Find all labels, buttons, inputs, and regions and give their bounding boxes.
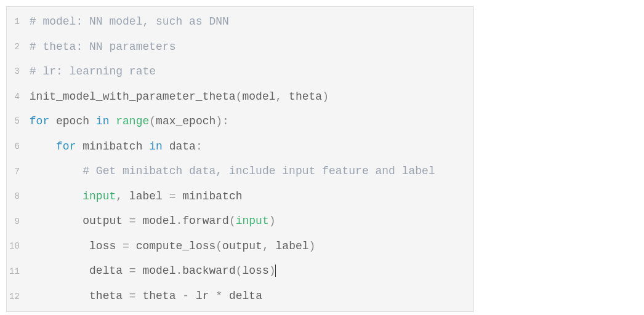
line-number: 4 <box>9 84 20 110</box>
code-token: ) <box>322 90 329 103</box>
code-line: # Get minibatch data, include input feat… <box>30 159 473 184</box>
code-token: . <box>175 265 182 277</box>
code-token: input <box>83 190 116 202</box>
code-token: , <box>116 190 129 202</box>
line-number: 11 <box>9 259 20 284</box>
text-cursor <box>275 265 276 277</box>
code-token: loss <box>30 240 123 252</box>
code-line: # theta: NN parameters <box>30 34 473 60</box>
code-line: input, label = minibatch <box>30 184 473 209</box>
code-token: in <box>96 115 110 127</box>
code-token: ) <box>269 215 276 227</box>
code-token: init_model_with_parameter_theta <box>30 90 236 103</box>
code-token <box>30 165 83 177</box>
line-number: 9 <box>9 209 20 234</box>
code-token: data <box>163 140 196 153</box>
code-token: forward <box>182 215 229 227</box>
code-token: output <box>30 215 129 227</box>
code-token: in <box>149 140 163 153</box>
code-token: max_epoch <box>156 115 215 127</box>
code-token: model <box>136 265 176 277</box>
code-token: , <box>262 240 276 252</box>
code-token: for <box>30 115 49 127</box>
code-line: # lr: learning rate <box>30 59 473 84</box>
code-token: label <box>276 240 309 252</box>
code-token <box>30 190 83 202</box>
code-token: theta <box>136 290 183 302</box>
code-line: init_model_with_parameter_theta(model, t… <box>30 84 473 110</box>
code-token: # model: NN model, such as DNN <box>30 15 229 28</box>
line-number: 6 <box>9 134 20 159</box>
code-content[interactable]: # model: NN model, such as DNN# theta: N… <box>25 7 473 311</box>
code-token: ( <box>236 265 243 277</box>
code-token: ): <box>215 115 229 127</box>
code-token: = <box>123 240 129 252</box>
code-token: theta <box>289 90 322 103</box>
code-token: minibatch <box>76 140 149 153</box>
code-token: - <box>182 290 189 302</box>
code-token: # theta: NN parameters <box>30 41 176 53</box>
line-number: 7 <box>9 159 20 185</box>
code-token: minibatch <box>175 190 242 202</box>
code-token: loss <box>243 265 269 277</box>
code-token: range <box>116 115 149 127</box>
code-token: # lr: learning rate <box>30 65 156 78</box>
code-token: lr <box>189 290 215 302</box>
code-line: theta = theta - lr * delta <box>30 284 473 309</box>
code-token: : <box>196 140 203 153</box>
code-token: ( <box>236 90 243 103</box>
line-number: 8 <box>9 184 20 209</box>
code-token: delta <box>30 265 129 277</box>
code-token: compute_loss <box>129 240 215 252</box>
code-token: ( <box>215 240 222 252</box>
code-token: = <box>129 265 136 277</box>
line-number: 10 <box>9 234 20 259</box>
code-token: ) <box>309 240 316 252</box>
code-token: = <box>129 290 136 302</box>
code-token: label <box>129 190 169 202</box>
code-token: model <box>242 90 275 103</box>
line-number: 1 <box>9 9 20 34</box>
code-token: ( <box>229 215 236 227</box>
code-line: output = model.forward(input) <box>30 209 473 234</box>
code-token <box>30 140 56 153</box>
code-token: backward <box>182 265 235 277</box>
code-line: delta = model.backward(loss) <box>30 258 473 284</box>
code-token: model <box>136 215 176 227</box>
code-token: for <box>56 140 76 153</box>
code-token: delta <box>222 290 262 302</box>
code-token: = <box>169 190 176 202</box>
code-token <box>109 115 116 127</box>
code-line: # model: NN model, such as DNN <box>30 9 473 34</box>
line-number: 2 <box>9 34 20 60</box>
code-token: output <box>222 240 262 252</box>
code-token: = <box>129 215 136 227</box>
code-block: 123456789101112 # model: NN model, such … <box>6 6 474 312</box>
code-token: . <box>175 215 182 227</box>
line-number: 3 <box>9 59 20 84</box>
line-number-gutter: 123456789101112 <box>7 7 25 311</box>
code-token: # Get minibatch data, include input feat… <box>83 165 435 177</box>
code-line: loss = compute_loss(output, label) <box>30 234 473 259</box>
code-token: ( <box>149 115 156 127</box>
line-number: 5 <box>9 109 20 134</box>
code-line: for epoch in range(max_epoch): <box>30 109 473 134</box>
code-token: theta <box>30 290 129 302</box>
code-token: input <box>236 215 269 227</box>
line-number: 12 <box>9 284 20 309</box>
code-token: , <box>276 90 289 103</box>
code-line: for minibatch in data: <box>30 134 473 159</box>
code-token: * <box>215 290 222 302</box>
code-token: epoch <box>49 115 96 127</box>
